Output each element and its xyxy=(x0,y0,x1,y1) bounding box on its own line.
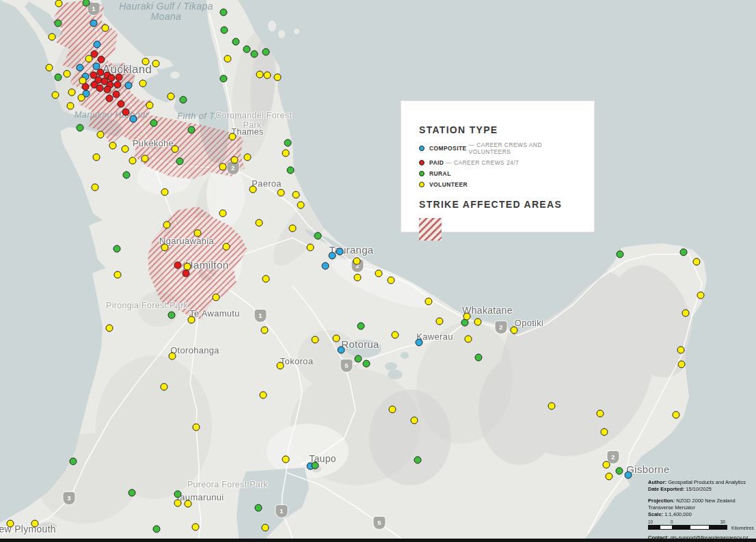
paid-dot-icon xyxy=(419,160,424,165)
projection-line: Projection: NZGD 2000 New Zealand Transv… xyxy=(648,498,754,512)
legend-title: STATION TYPE xyxy=(419,124,578,135)
basemap xyxy=(0,0,756,542)
legend-item-composite: COMPOSITE — CAREER CREWS AND VOLUNTEERS xyxy=(419,141,578,155)
legend-item-rural: RURAL xyxy=(419,170,578,177)
map-canvas: Hauraki Gulf / TikapaMoanaManukau Harbou… xyxy=(0,0,756,542)
scale-tick-30: 30 xyxy=(720,519,725,526)
legend-item-volunteer: VOLUNTEER xyxy=(419,181,578,188)
scale-line: Scale: 1:1,400,000 xyxy=(648,511,754,518)
volunteer-dot-icon xyxy=(419,182,424,187)
author-line: Author: Geospatial Products and Analytic… xyxy=(648,479,754,486)
map-credits: Author: Geospatial Products and Analytic… xyxy=(648,479,754,542)
scale-bar: 10 0 30 Kilometres xyxy=(648,519,726,530)
composite-dot-icon xyxy=(419,146,424,151)
legend-panel: STATION TYPE COMPOSITE — CAREER CREWS AN… xyxy=(401,100,595,232)
rural-dot-icon xyxy=(419,171,424,176)
legend-item-paid: PAID — CAREER CREWS 24/7 xyxy=(419,159,578,166)
scale-bar-segments xyxy=(648,525,727,530)
scale-unit-label: Kilometres xyxy=(731,525,754,532)
bottom-border-bar xyxy=(0,539,756,542)
scale-tick-10: 10 xyxy=(648,519,653,526)
date-exported-line: Date Exported: 15/10/2025 xyxy=(648,486,754,493)
scale-tick-0: 0 xyxy=(671,519,673,526)
strike-areas-title: STRIKE AFFECTED AREAS xyxy=(419,199,578,210)
strike-area-swatch-icon xyxy=(419,218,442,241)
